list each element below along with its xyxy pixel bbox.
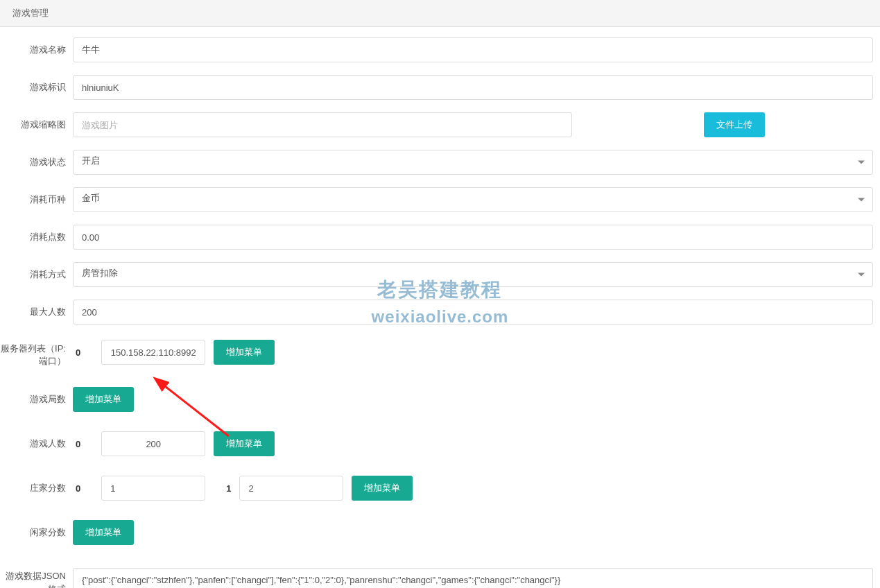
add-rounds-button[interactable]: 增加菜单 [73,387,134,412]
add-players-button[interactable]: 增加菜单 [214,431,275,456]
input-players-0[interactable] [101,431,205,456]
row-game-id: 游戏标识 [0,75,880,100]
select-method-wrapper: 房管扣除 [73,262,873,287]
label-server-list: 服务器列表（IP:端口） [0,337,73,368]
add-server-button[interactable]: 增加菜单 [214,340,275,365]
select-status[interactable]: 开启 [73,150,873,175]
input-json-data[interactable] [73,568,873,588]
dealer-score-content: 0 1 增加菜单 [73,476,873,501]
row-json-data: 游戏数据JSON格式 [0,564,880,588]
row-currency: 消耗币种 金币 [0,187,880,212]
row-player-score: 闲家分数 增加菜单 [0,520,880,545]
label-status: 游戏状态 [0,156,73,168]
row-status: 游戏状态 开启 [0,150,880,175]
label-game-name: 游戏名称 [0,44,73,56]
label-dealer-score: 庄家分数 [0,482,73,494]
add-player-score-button[interactable]: 增加菜单 [73,520,134,545]
players-content: 0 增加菜单 [73,431,873,456]
dealer-item-index-1: 1 [226,483,231,494]
server-list-content: 0 增加菜单 [73,340,873,365]
page-header: 游戏管理 [0,0,880,27]
form-container: 游戏名称 游戏标识 游戏缩略图 文件上传 游戏状态 开启 消耗币种 金币 消耗点… [0,27,880,588]
label-currency: 消耗币种 [0,193,73,206]
input-game-name[interactable] [73,37,873,62]
row-server-list: 服务器列表（IP:端口） 0 增加菜单 [0,337,880,368]
label-method: 消耗方式 [0,268,73,281]
label-player-score: 闲家分数 [0,526,73,539]
label-points: 消耗点数 [0,231,73,243]
row-method: 消耗方式 房管扣除 [0,262,880,287]
row-rounds: 游戏局数 增加菜单 [0,387,880,412]
select-currency-wrapper: 金币 [73,187,873,212]
input-thumbnail[interactable] [73,112,572,137]
input-server-0[interactable] [101,340,205,365]
player-score-content: 增加菜单 [73,520,873,545]
input-max-players[interactable] [73,300,873,325]
label-max-players: 最大人数 [0,306,73,318]
row-game-name: 游戏名称 [0,37,880,62]
dealer-item-index-0: 0 [76,483,80,494]
select-status-wrapper: 开启 [73,150,873,175]
label-game-id: 游戏标识 [0,81,73,94]
select-currency[interactable]: 金币 [73,187,873,212]
select-method[interactable]: 房管扣除 [73,262,873,287]
row-thumbnail: 游戏缩略图 文件上传 [0,112,880,137]
row-max-players: 最大人数 [0,300,880,325]
label-thumbnail: 游戏缩略图 [0,119,73,131]
input-dealer-0[interactable] [101,476,205,501]
input-dealer-1[interactable] [239,476,343,501]
rounds-content: 增加菜单 [73,387,873,412]
row-players: 游戏人数 0 增加菜单 [0,431,880,456]
players-item-index: 0 [76,439,80,449]
page-title: 游戏管理 [12,8,49,18]
server-item-index: 0 [76,347,80,358]
input-points[interactable] [73,225,873,250]
input-game-id[interactable] [73,75,873,100]
upload-button[interactable]: 文件上传 [704,112,765,137]
label-players: 游戏人数 [0,438,73,450]
add-dealer-button[interactable]: 增加菜单 [352,476,413,501]
label-json-data: 游戏数据JSON格式 [0,564,73,588]
row-points: 消耗点数 [0,225,880,250]
label-rounds: 游戏局数 [0,393,73,406]
row-dealer-score: 庄家分数 0 1 增加菜单 [0,476,880,501]
